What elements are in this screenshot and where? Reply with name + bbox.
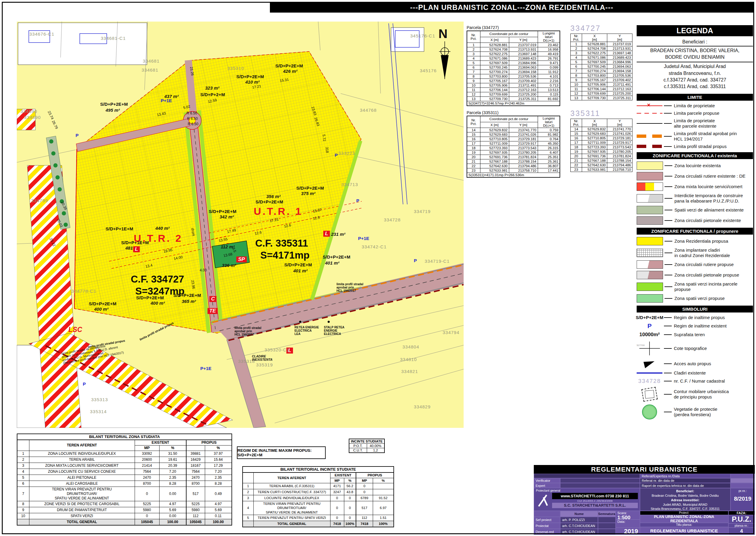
legend-item: Zona circulatii rutiere existente : DE xyxy=(637,172,753,180)
legend-tick xyxy=(665,298,672,299)
map-label: C.F. 334727 xyxy=(131,274,184,285)
legend-tick xyxy=(665,264,672,265)
bilant-row: 6ALEI CAROSABILE87008.2887008.28 xyxy=(17,481,232,487)
map-label: 318 xyxy=(325,147,329,153)
side-table-1: Nr. Pct. X [m] Y [m] 1527628.881213737.0… xyxy=(570,34,632,100)
coord-row: 6527700.245213694.063 xyxy=(571,64,632,69)
legend-section-title: SIMBOLURI xyxy=(637,306,753,313)
proiect-title: PLAN URBANISTIC ZONAL-ZONA REZIDENTIALA xyxy=(640,515,728,523)
legend-sections: LIMITELimita de proprietateLimita parcel… xyxy=(637,94,753,420)
map-label: 335313 xyxy=(91,397,108,402)
bilant-row: 7TEREN VIRAN PREVAZUT PENTRU DRUM/TROTUA… xyxy=(17,487,232,501)
coord-row: 2527624.708213713.931 xyxy=(571,47,632,51)
legend-tick xyxy=(665,165,672,166)
sef-proiect-name: arh. P. POLIZZI xyxy=(560,517,598,523)
legend-item-label: Cote topografice xyxy=(674,346,707,351)
map-label: 4.00 xyxy=(200,268,207,272)
verificator-field[interactable] xyxy=(560,478,640,483)
bilant-row: 3LOCUINTE INDIVIDUALE/DUPLEX00678991.52 xyxy=(243,495,394,501)
z-imp-swatch-icon xyxy=(637,249,663,257)
legend-address-line: strada Brancoveanu, f.n. xyxy=(637,70,753,77)
map-label: 334690 xyxy=(24,115,41,120)
z-piep-swatch-icon xyxy=(637,271,663,279)
coord-row: 21527667.188213788.15425.361 xyxy=(467,159,560,164)
titlu-plansa-label: Titlu plansa: xyxy=(640,523,728,527)
z-rez-swatch-icon xyxy=(637,237,663,245)
map-label: C.F. 335311 xyxy=(255,238,308,249)
legend-item: Zona circulatii rutiere propuse xyxy=(637,260,753,269)
legend-item-label: Zona Rezidentiala propusa xyxy=(674,239,728,244)
coord-table-2-title: Parcela (335311) xyxy=(467,110,498,115)
coord-row: 13527709.730213725.311 xyxy=(571,96,632,100)
coord-table-1: Nr. Pct. Coordonate pct.de contur Lungim… xyxy=(467,31,560,106)
legend-beneficiaries-label: Beneficiari : xyxy=(637,39,753,47)
legend-item: 334728nr. C.F. / Numar cadastral xyxy=(637,378,753,385)
legend-tick xyxy=(664,106,672,106)
map-label: R 6.50 xyxy=(187,117,198,121)
map-label: 345176-C1 xyxy=(410,34,435,38)
starchetti-logo-icon xyxy=(536,492,550,509)
referat-nr-label: Referat nr. din data de xyxy=(640,478,731,483)
data-label: Data: xyxy=(618,520,625,523)
side-table-2-title: 335311 xyxy=(570,109,600,118)
map-label: 375 m² xyxy=(301,191,315,196)
map-label: 5.72 xyxy=(322,134,326,141)
legend-item: Zona implantare cladiri in cadrul Zonei … xyxy=(637,248,753,258)
adresa-label: Adresa investitiei: xyxy=(671,498,699,502)
bilant-zona-table: BILANT TERITORIAL ZONA STUDIATA TEREN AF… xyxy=(17,434,232,525)
adresa-line2: Strada Brancoveanu, C.F. 334727, C.F. 33… xyxy=(651,507,720,511)
legend-item-label: Spatii verzi de aliniament existente xyxy=(674,207,744,213)
sef-proiect-label: Sef proiect xyxy=(534,517,560,523)
legend-item: Zona Rezidentiala propusa xyxy=(637,237,753,245)
map-label: 426 m² xyxy=(283,69,298,74)
legend-item-label: Limita profil stradal aprobat prin HCL 1… xyxy=(674,131,737,142)
map-label: P xyxy=(76,133,79,138)
bilant-row: 4TEREN VIRAN PREVAZUT PENTRU DRUM/TROTUA… xyxy=(243,501,394,515)
coord-row: 4527671.086213689.42326.791 xyxy=(467,56,560,61)
legend-item-label: Acces auto propus xyxy=(674,361,711,366)
map-label: 345176 xyxy=(420,68,437,73)
legend-item: Zona circulatii pietonale existente xyxy=(637,216,753,225)
legend-tick xyxy=(664,136,672,137)
semnatura-field-3[interactable] xyxy=(598,529,616,535)
coord-row: 9527705.167213709.4022.216 xyxy=(467,79,560,83)
sym-veg-swatch-icon xyxy=(637,404,663,420)
semnatura-field-1[interactable] xyxy=(598,517,616,523)
legend-item: Spatii verzi de aliniament existente xyxy=(637,206,753,214)
semnatura-field-2[interactable] xyxy=(598,523,616,529)
lim-prop-swatch-icon xyxy=(637,106,663,106)
legend-address-line: Judetul Arad, Municipiul Arad xyxy=(637,63,753,70)
legend-tick xyxy=(664,146,672,147)
legend-tick xyxy=(665,198,672,199)
desenat-label: Desenat-red xyxy=(534,529,560,535)
legend-item-label: Cladiri existente xyxy=(674,370,706,376)
map-label: 333223 xyxy=(338,151,355,156)
legend-item: 10000m²Suprafata teren xyxy=(637,332,753,338)
map-canvas[interactable]: U.T.R. 1U.T.R. 2C.F. 335311S=4171mpC.F. … xyxy=(17,21,464,428)
map-label: 21.26 xyxy=(189,67,194,76)
z-val-swatch-icon xyxy=(637,206,663,214)
coord-row: 16527710.805213729.1810.764 xyxy=(467,137,560,141)
plansa-nr-label: plansa nr.: xyxy=(728,523,755,528)
legend-item-label: Zona spatii verzi propuse xyxy=(674,296,725,301)
coord-row: 18527723.393213773.54326.315 xyxy=(467,146,560,151)
sym-cote-swatch-icon: 527700 xyxy=(637,340,663,357)
coord-row: 17527711.009213729.917 xyxy=(571,141,632,145)
coord-row: 22527642.630213794.48636.807 xyxy=(467,164,560,168)
coord-row: 15527629.683213741.02681.982 xyxy=(467,132,560,137)
legend-tick xyxy=(664,363,672,364)
coord-row: 1527628.881213737.019 xyxy=(571,42,632,47)
map-label: STALP RETEA ENERGIE ELECTRICA xyxy=(324,326,344,336)
map-label: 335310 xyxy=(227,66,244,71)
coord-row: 20527691.736213781.824 xyxy=(571,154,632,158)
coord-row: 12527709.699213725.200 xyxy=(571,91,632,96)
expert-field[interactable] xyxy=(560,483,640,488)
proiectat-label: Proiectat xyxy=(534,523,560,529)
map-label: 401 m² xyxy=(293,268,308,273)
map-label: P xyxy=(335,153,338,157)
legend-item: PRegim de inaltime existent xyxy=(637,322,753,330)
map-label: 334829 xyxy=(414,404,431,409)
map-label: 334676-C1 xyxy=(29,32,54,37)
map-label: 400 m² xyxy=(94,307,109,312)
coord-row: 15527629.683213741.026 xyxy=(571,132,632,136)
